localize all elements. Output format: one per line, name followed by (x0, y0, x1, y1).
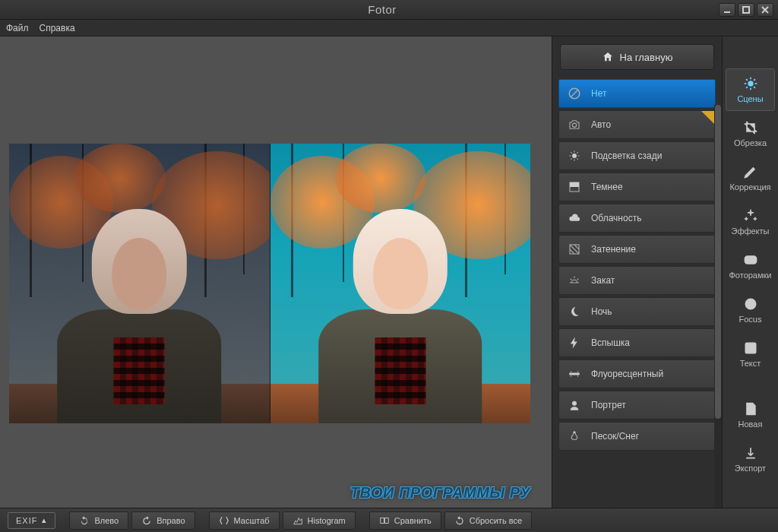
watermark: ТВОИ ПРОГРАММЫ РУ (350, 484, 530, 502)
scene-label: Флуоресцентный (591, 369, 663, 379)
home-button[interactable]: На главную (560, 44, 714, 70)
backlight-icon (567, 148, 582, 163)
svg-line-5 (571, 90, 579, 98)
sun-icon (743, 76, 758, 91)
rotate-left-button[interactable]: Влево (69, 511, 128, 530)
tool-crop[interactable]: Обрезка (726, 112, 775, 155)
scene-label: Ночь (591, 306, 612, 317)
scene-item-camera[interactable]: Авто (558, 110, 716, 139)
tool-frames-label: Фоторамки (729, 271, 771, 280)
shade-icon (567, 242, 582, 257)
scene-list: НетАвтоПодсветка сзадиТемнееОблачностьЗа… (558, 79, 716, 451)
scene-item-none[interactable]: Нет (558, 79, 716, 108)
sparkle-icon (743, 208, 758, 223)
title-bar: Fotor (0, 0, 778, 20)
svg-line-19 (746, 79, 748, 81)
minimize-button[interactable] (719, 3, 735, 17)
sandsnow-icon (567, 429, 582, 444)
svg-line-22 (754, 79, 755, 81)
svg-point-25 (749, 302, 751, 305)
scene-label: Подсветка сзади (591, 150, 662, 161)
tool-new-label: Новая (738, 420, 763, 429)
tool-effects[interactable]: Эффекты (726, 201, 775, 243)
sunset-icon (567, 273, 582, 288)
svg-point-12 (572, 401, 577, 406)
menu-help[interactable]: Справка (40, 23, 75, 33)
target-icon (743, 296, 758, 312)
zoom-label: Масштаб (234, 516, 270, 525)
svg-line-20 (754, 87, 755, 88)
zoom-icon (219, 515, 229, 526)
compare-icon (379, 515, 390, 526)
scrollbar[interactable] (714, 105, 722, 508)
home-icon (602, 51, 614, 63)
tool-adjust-label: Коррекция (729, 182, 770, 192)
maximize-button[interactable] (738, 3, 754, 17)
reset-label: Сбросить все (470, 516, 522, 525)
rotate-right-button[interactable]: Вправо (131, 511, 194, 530)
camera-icon (567, 117, 582, 132)
scene-item-sunset[interactable]: Закат (558, 266, 716, 295)
svg-point-6 (572, 123, 576, 127)
compare-label: Сравнить (394, 516, 432, 525)
flash-icon (567, 335, 582, 350)
scene-item-backlight[interactable]: Подсветка сзади (558, 141, 716, 170)
scene-label: Затенение (591, 244, 636, 255)
tool-crop-label: Обрезка (734, 138, 767, 147)
photo-after (270, 144, 531, 423)
scene-label: Вспышка (591, 337, 630, 348)
scene-item-cloudy[interactable]: Облачность (558, 204, 716, 233)
histogram-label: Histogram (308, 516, 346, 525)
tool-focus[interactable]: Focus (726, 289, 775, 331)
chevron-up-icon: ▴ (42, 515, 47, 525)
scene-item-fluorescent[interactable]: Флуоресцентный (558, 359, 716, 388)
rotate-right-label: Вправо (157, 516, 185, 525)
tool-adjust[interactable]: Коррекция (726, 157, 775, 199)
reset-icon (454, 515, 465, 526)
scene-item-portrait[interactable]: Портрет (558, 391, 716, 420)
scene-item-flash[interactable]: Вспышка (558, 328, 716, 357)
menu-bar: Файл Справка (0, 20, 778, 36)
app-title: Fotor (46, 3, 719, 16)
photo-before (9, 144, 270, 423)
rotate-left-label: Влево (94, 516, 119, 525)
tool-scenes[interactable]: Сцены (726, 68, 775, 111)
portrait-icon (567, 397, 582, 413)
rotate-left-icon (79, 515, 90, 526)
histogram-icon (293, 515, 303, 526)
scene-item-darken[interactable]: Темнее (558, 173, 716, 201)
tool-new[interactable]: Новая (726, 394, 775, 436)
svg-rect-9 (570, 182, 579, 187)
menu-file[interactable]: Файл (6, 23, 29, 33)
photo-compare (9, 144, 530, 423)
zoom-button[interactable]: Масштаб (209, 511, 280, 530)
none-icon (567, 86, 582, 101)
svg-rect-11 (569, 373, 580, 375)
star-badge-icon (701, 111, 715, 125)
scene-label: Нет (591, 88, 606, 99)
scene-label: Песок/Снег (591, 431, 639, 442)
close-button[interactable] (757, 3, 773, 17)
scene-item-night[interactable]: Ночь (558, 297, 716, 326)
frame-icon (743, 252, 758, 268)
fluorescent-icon (567, 366, 582, 382)
scene-label: Темнее (591, 182, 623, 192)
compare-button[interactable]: Сравнить (369, 511, 441, 530)
exif-button[interactable]: EXIF ▴ (8, 512, 55, 529)
cloudy-icon (567, 211, 582, 226)
crop-icon (743, 120, 758, 135)
tool-export[interactable]: Экспорт (726, 438, 775, 480)
svg-rect-27 (380, 518, 384, 523)
tool-export-label: Экспорт (735, 464, 766, 473)
rotate-right-icon (141, 515, 152, 526)
tool-frames[interactable]: Фоторамки (726, 245, 775, 287)
scene-panel: На главную НетАвтоПодсветка сзадиТемнееО… (552, 36, 722, 508)
night-icon (567, 304, 582, 319)
scene-item-sandsnow[interactable]: Песок/Снег (558, 422, 716, 451)
bottom-toolbar: EXIF ▴ Влево Вправо Масштаб Histogram Ср… (0, 508, 778, 532)
scene-item-shade[interactable]: Затенение (558, 235, 716, 264)
tool-text[interactable]: Текст (726, 333, 775, 375)
histogram-button[interactable]: Histogram (283, 511, 356, 530)
svg-rect-23 (745, 256, 756, 264)
reset-button[interactable]: Сбросить все (444, 511, 532, 530)
